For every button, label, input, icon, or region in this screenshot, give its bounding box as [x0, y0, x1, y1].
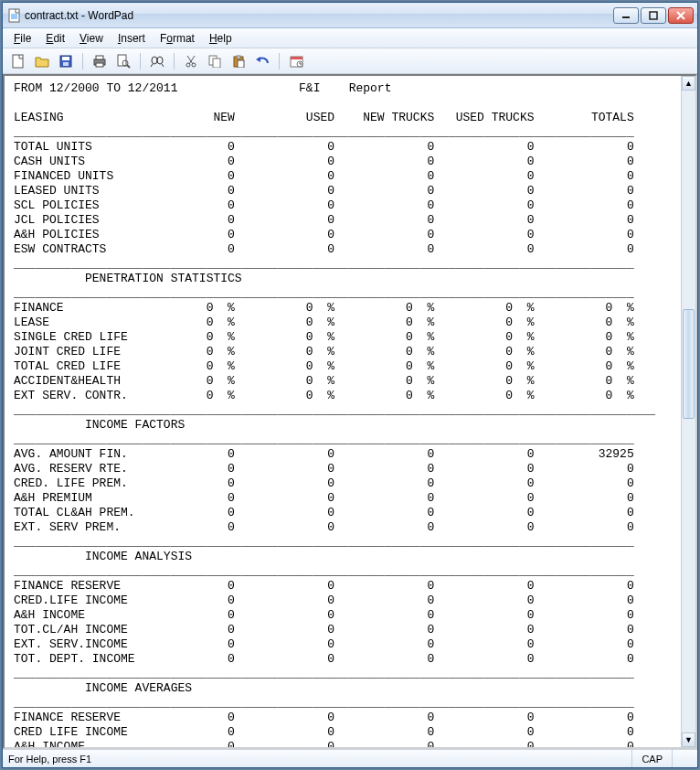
minimize-button[interactable]: [613, 7, 639, 24]
status-help: For Help, press F1: [8, 754, 631, 765]
svg-marker-31: [256, 57, 260, 62]
print-preview-button[interactable]: [113, 51, 133, 71]
scroll-up-arrow[interactable]: ▲: [682, 76, 695, 91]
svg-point-25: [192, 63, 196, 67]
find-button[interactable]: [147, 51, 167, 71]
status-cap: CAP: [631, 750, 672, 767]
menu-format[interactable]: Format: [153, 30, 202, 47]
menu-insert[interactable]: Insert: [111, 30, 153, 47]
app-window: contract.txt - WordPad File Edit View In…: [2, 2, 698, 768]
toolbar-separator: [140, 53, 141, 70]
document-icon: [8, 8, 21, 23]
svg-rect-30: [238, 60, 244, 68]
maximize-button[interactable]: [641, 7, 666, 24]
svg-rect-27: [213, 59, 220, 68]
svg-rect-13: [96, 56, 103, 59]
menu-help[interactable]: Help: [202, 30, 239, 47]
svg-point-18: [152, 57, 157, 64]
toolbar-separator: [174, 53, 175, 70]
svg-line-21: [162, 64, 164, 67]
document-text[interactable]: FROM 12/2000 TO 12/2011 F&I Report LEASI…: [5, 76, 681, 747]
status-empty: [672, 750, 692, 767]
svg-rect-11: [63, 62, 69, 66]
paste-button[interactable]: [228, 51, 249, 71]
scroll-track[interactable]: [682, 91, 695, 732]
menu-edit[interactable]: Edit: [38, 30, 72, 47]
svg-rect-10: [62, 57, 69, 60]
toolbar: [3, 48, 697, 74]
cut-button[interactable]: [181, 51, 201, 71]
window-title: contract.txt - WordPad: [25, 9, 613, 22]
svg-rect-5: [650, 12, 657, 19]
open-file-button[interactable]: [32, 51, 52, 71]
datetime-button[interactable]: [286, 51, 306, 71]
toolbar-separator: [279, 53, 280, 70]
svg-rect-0: [9, 9, 19, 22]
new-file-button[interactable]: [8, 51, 28, 71]
menubar: File Edit View Insert Format Help: [3, 28, 697, 48]
save-button[interactable]: [56, 51, 76, 71]
vertical-scrollbar[interactable]: ▲ ▼: [681, 76, 695, 747]
print-button[interactable]: [90, 51, 110, 71]
menu-file[interactable]: File: [6, 30, 38, 47]
editor-host: FROM 12/2000 TO 12/2011 F&I Report LEASI…: [3, 74, 697, 749]
titlebar[interactable]: contract.txt - WordPad: [3, 3, 697, 28]
menu-view[interactable]: View: [72, 30, 111, 47]
undo-button[interactable]: [252, 51, 272, 71]
copy-button[interactable]: [205, 51, 225, 71]
svg-line-20: [151, 64, 153, 67]
svg-rect-14: [96, 63, 103, 67]
svg-rect-8: [13, 55, 23, 68]
scroll-thumb[interactable]: [683, 309, 695, 419]
toolbar-separator: [82, 53, 83, 70]
scroll-down-arrow[interactable]: ▼: [682, 733, 695, 747]
svg-rect-33: [291, 57, 302, 59]
statusbar: For Help, press F1 CAP: [3, 749, 697, 767]
close-button[interactable]: [668, 7, 694, 24]
svg-rect-29: [237, 56, 240, 59]
svg-point-19: [157, 57, 163, 64]
svg-line-17: [127, 65, 130, 68]
svg-point-24: [186, 63, 190, 67]
